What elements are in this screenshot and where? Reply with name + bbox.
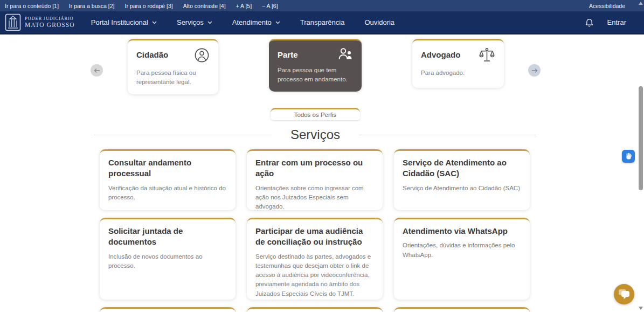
profile-card-head: Parte [278, 47, 353, 60]
service-card-partial[interactable] [394, 307, 530, 312]
tjmt-logo[interactable]: Poder Judiciário Mato Grosso [5, 13, 75, 31]
hands-icon [625, 152, 633, 161]
people-icon [338, 47, 353, 60]
skip-to-search-link[interactable]: Ir para a busca [2] [69, 3, 115, 9]
accessibility-link[interactable]: Acessibilidade [589, 3, 625, 9]
nav-atendimento[interactable]: Atendimento [232, 18, 280, 26]
service-card-partial[interactable] [100, 307, 236, 312]
nav-transparencia[interactable]: Transparência [300, 18, 345, 26]
services-heading: Serviços [290, 127, 340, 142]
carousel-next-button[interactable] [528, 64, 541, 77]
all-profiles-button[interactable]: Todos os Perfis [271, 108, 360, 120]
skip-to-footer-link[interactable]: Ir para o rodapé [3] [124, 3, 172, 9]
divider-line [94, 135, 272, 135]
nav-servicos[interactable]: Serviços [177, 18, 212, 26]
profile-card-cidadao[interactable]: Cidadão Para pessoa física ou representa… [128, 39, 218, 94]
page-scrollbar [638, 0, 644, 312]
decrease-font-link[interactable]: − A [6] [262, 3, 278, 9]
scales-icon [479, 47, 495, 63]
service-card-sac[interactable]: Serviço de Atendimento ao Cidadão (SAC) … [394, 149, 530, 210]
service-card-consultar-andamento[interactable]: Consultar andamento processual Verificaç… [100, 149, 236, 210]
services-section-title: Serviços [94, 126, 536, 143]
nav-ouvidoria[interactable]: Ouvidoria [364, 18, 394, 26]
profile-card-parte[interactable]: Parte Para pessoa que tem processo em an… [269, 39, 362, 92]
service-card-partial[interactable] [247, 307, 383, 312]
service-card-juntada-documentos[interactable]: Solicitar juntada de documentos Inclusão… [100, 218, 236, 300]
services-grid: Consultar andamento processual Verificaç… [100, 149, 530, 312]
main-nav: Portal Institucional Serviços Atendiment… [91, 18, 394, 26]
skip-to-content-link[interactable]: Ir para o conteúdo [1] [5, 3, 59, 9]
person-circle-icon [194, 47, 210, 63]
nav-portal-institucional[interactable]: Portal Institucional [91, 18, 157, 26]
profile-card-head: Cidadão [136, 47, 210, 63]
service-card-whatsapp[interactable]: Atendimento via WhatsApp Orientações, dú… [394, 218, 530, 300]
accessibility-bar: Ir para o conteúdo [1] Ir para a busca [… [0, 0, 644, 11]
chevron-down-icon [275, 21, 280, 24]
chat-widget-button[interactable] [614, 284, 634, 304]
chevron-down-icon [152, 21, 157, 24]
bell-icon[interactable] [585, 18, 593, 27]
arrow-right-icon [531, 68, 538, 73]
high-contrast-link[interactable]: Alto contraste [4] [183, 3, 226, 9]
scrollbar-down-arrow-icon[interactable] [639, 307, 643, 310]
sign-language-button[interactable] [622, 150, 635, 163]
logo-text: Poder Judiciário Mato Grosso [25, 16, 75, 29]
chat-bubbles-icon [618, 289, 630, 300]
service-card-audiencia[interactable]: Participar de uma audiência de conciliaç… [247, 218, 383, 300]
arrow-left-icon [94, 68, 100, 73]
main-navbar: Poder Judiciário Mato Grosso Portal Inst… [0, 11, 644, 34]
increase-font-link[interactable]: + A [5] [236, 3, 252, 9]
navbar-right: Entrar [585, 18, 626, 27]
profile-card-head: Advogado [421, 47, 495, 63]
chevron-down-icon [207, 21, 212, 24]
profile-card-advogado[interactable]: Advogado Para advogado. [412, 39, 504, 88]
carousel-prev-button[interactable] [91, 64, 103, 77]
scrollbar-thumb[interactable] [639, 86, 643, 190]
tjmt-emblem-icon [5, 13, 21, 31]
divider-line [359, 135, 536, 135]
login-button[interactable]: Entrar [607, 18, 626, 26]
scrollbar-up-arrow-icon[interactable] [639, 2, 643, 5]
service-card-entrar-processo[interactable]: Entrar com um processo ou ação Orientaçõ… [247, 149, 383, 210]
